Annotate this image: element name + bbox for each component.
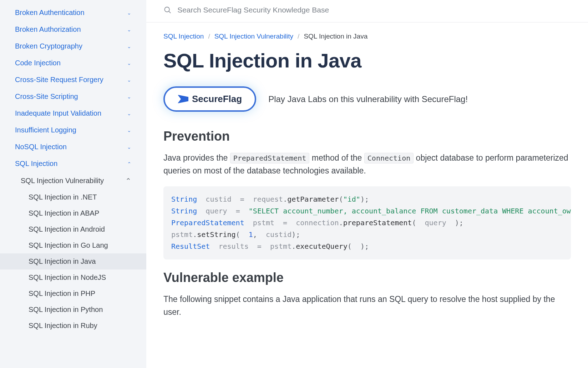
chevron-up-icon: ⌄ — [127, 161, 131, 167]
heading-prevention: Prevention — [163, 129, 571, 144]
sidebar-leaf-sqli-python[interactable]: SQL Injection in Python — [0, 302, 146, 318]
sidebar-item-xss[interactable]: Cross-Site Scripting ⌄ — [0, 88, 146, 105]
main: SQL Injection / SQL Injection Vulnerabil… — [146, 0, 588, 368]
svg-line-1 — [169, 11, 171, 13]
sidebar-item-label: Inadequate Input Validation — [15, 109, 101, 117]
chevron-down-icon: ⌄ — [127, 60, 131, 66]
sidebar-item-label: Cross-Site Request Forgery — [15, 76, 103, 84]
sidebar-item-code-injection[interactable]: Code Injection ⌄ — [0, 55, 146, 71]
sidebar-leaf-sqli-php[interactable]: SQL Injection in PHP — [0, 286, 146, 302]
sidebar-item-input-validation[interactable]: Inadequate Input Validation ⌄ — [0, 105, 146, 122]
sidebar-item-sql-injection[interactable]: SQL Injection ⌄ — [0, 155, 146, 172]
sidebar-leaf-sqli-abap[interactable]: SQL Injection in ABAP — [0, 205, 146, 221]
sidebar-leaf-sqli-dotnet[interactable]: SQL Injection in .NET — [0, 189, 146, 205]
chevron-down-icon: ⌄ — [127, 77, 131, 83]
paragraph-prevention: Java provides the PreparedStatement meth… — [163, 152, 571, 177]
page-title: SQL Injection in Java — [163, 49, 571, 72]
flag-icon — [178, 95, 188, 104]
sidebar-leaf-sqli-golang[interactable]: SQL Injection in Go Lang — [0, 237, 146, 253]
sidebar-item-broken-cryptography[interactable]: Broken Cryptography ⌄ — [0, 38, 146, 55]
sidebar-leaf-sqli-java[interactable]: SQL Injection in Java — [0, 253, 146, 269]
pill-label: SecureFlag — [192, 94, 242, 105]
chevron-down-icon: ⌄ — [127, 10, 131, 16]
sidebar-leaf-sqli-nodejs[interactable]: SQL Injection in NodeJS — [0, 269, 146, 286]
paragraph-vulnerable: The following snippet contains a Java ap… — [163, 293, 571, 318]
chevron-down-icon: ⌄ — [127, 27, 131, 32]
chevron-down-icon: ⌄ — [127, 44, 131, 49]
chevron-down-icon: ⌄ — [127, 127, 131, 133]
code-block: String custid = request.getParameter("id… — [163, 186, 571, 259]
sidebar-item-insufficient-logging[interactable]: Insufficient Logging ⌄ — [0, 122, 146, 138]
heading-vulnerable-example: Vulnerable example — [163, 270, 571, 285]
sidebar-item-label: Broken Authentication — [15, 9, 85, 17]
breadcrumb: SQL Injection / SQL Injection Vulnerabil… — [163, 32, 571, 40]
sidebar-item-csrf[interactable]: Cross-Site Request Forgery ⌄ — [0, 71, 146, 88]
promo-row: SecureFlag Play Java Labs on this vulner… — [163, 86, 571, 112]
sidebar-item-label: Code Injection — [15, 59, 61, 67]
sidebar-item-label: Insufficient Logging — [15, 126, 76, 134]
breadcrumb-link-1[interactable]: SQL Injection — [163, 32, 204, 40]
content: SQL Injection / SQL Injection Vulnerabil… — [146, 22, 588, 328]
breadcrumb-current: SQL Injection in Java — [304, 32, 368, 40]
sidebar-item-label: Cross-Site Scripting — [15, 92, 78, 101]
inline-code: Connection — [364, 153, 414, 163]
chevron-up-icon: ⌄ — [125, 176, 131, 185]
sidebar-item-label: Broken Authorization — [15, 25, 81, 34]
chevron-down-icon: ⌄ — [127, 144, 131, 150]
sidebar: Broken Authentication ⌄ Broken Authoriza… — [0, 0, 146, 368]
sidebar-item-broken-authentication[interactable]: Broken Authentication ⌄ — [0, 4, 146, 21]
svg-point-0 — [164, 7, 169, 12]
chevron-down-icon: ⌄ — [127, 94, 131, 100]
sidebar-leaf-sqli-ruby[interactable]: SQL Injection in Ruby — [0, 318, 146, 334]
sidebar-sub-label: SQL Injection Vulnerability — [21, 177, 104, 185]
sidebar-item-label: SQL Injection — [15, 160, 57, 168]
sidebar-item-nosql-injection[interactable]: NoSQL Injection ⌄ — [0, 138, 146, 155]
breadcrumb-sep: / — [298, 32, 299, 40]
inline-code: PreparedStatement — [230, 153, 310, 163]
sidebar-sub-sqli-vulnerability[interactable]: SQL Injection Vulnerability ⌄ — [0, 172, 146, 189]
breadcrumb-link-2[interactable]: SQL Injection Vulnerability — [214, 32, 293, 40]
sidebar-leaf-sqli-android[interactable]: SQL Injection in Android — [0, 221, 146, 237]
search-bar — [146, 0, 588, 22]
chevron-down-icon: ⌄ — [127, 111, 131, 116]
search-input[interactable] — [177, 6, 571, 14]
breadcrumb-sep: / — [208, 32, 210, 40]
search-icon — [163, 6, 172, 14]
secureflag-pill[interactable]: SecureFlag — [163, 86, 256, 112]
sidebar-item-broken-authorization[interactable]: Broken Authorization ⌄ — [0, 21, 146, 38]
sidebar-item-label: NoSQL Injection — [15, 143, 67, 151]
promo-text: Play Java Labs on this vulnerability wit… — [268, 94, 468, 104]
sidebar-item-label: Broken Cryptography — [15, 42, 82, 50]
